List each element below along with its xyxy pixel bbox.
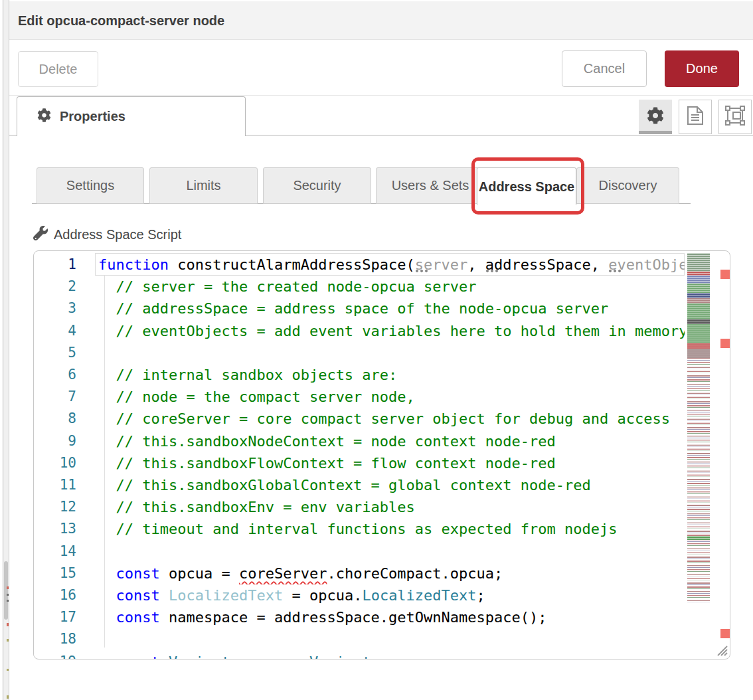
scrollbar-mark (7, 639, 9, 642)
code-line[interactable]: const namespace = addressSpace.getOwnNam… (34, 606, 685, 628)
left-scrollbar[interactable] (3, 0, 9, 700)
code-line[interactable]: // this.sandboxGlobalContext = global co… (34, 474, 685, 496)
description-view-button[interactable] (679, 100, 712, 134)
code-line[interactable] (34, 628, 685, 650)
scrollbar-mark (7, 669, 9, 671)
code-line[interactable] (34, 541, 685, 563)
code-line[interactable]: // this.sandboxEnv = env variables (34, 496, 685, 518)
scrollbar-mark (7, 600, 9, 602)
edit-node-dialog: Edit opcua-compact-server node Delete Ca… (0, 0, 753, 700)
code-line[interactable]: // this.sandboxNodeContext = node contex… (34, 430, 685, 452)
tab-label: Address Space (479, 179, 575, 195)
tab-label: Limits (186, 178, 220, 193)
properties-view-button[interactable] (639, 100, 672, 134)
code-line[interactable]: const LocalizedText = opcua.LocalizedTex… (34, 584, 685, 606)
script-section-text: Address Space Script (54, 227, 181, 242)
tab-users-sets[interactable]: Users & Sets (376, 167, 485, 204)
code-line[interactable]: function constructAlarmAddressSpace(serv… (34, 254, 685, 276)
scrollbar-mark (7, 623, 9, 626)
tab-properties-label: Properties (60, 109, 126, 124)
tab-properties[interactable]: Properties (17, 96, 246, 136)
code-line[interactable]: // internal sandbox objects are: (34, 364, 685, 386)
code-line[interactable]: // node = the compact server node, (34, 386, 685, 408)
wrench-icon (33, 226, 48, 244)
editor-minimap[interactable] (686, 252, 712, 659)
overview-error-marker (720, 339, 730, 348)
resize-grip[interactable] (714, 642, 728, 659)
code-line[interactable]: // eventObjects = add event variables he… (34, 320, 685, 342)
tab-label: Settings (66, 178, 114, 193)
gear-icon (37, 108, 51, 125)
code-line[interactable]: // this.sandboxFlowContext = flow contex… (34, 452, 685, 474)
code-line[interactable]: // addressSpace = address space of the n… (34, 298, 685, 319)
tab-address-space[interactable]: Address Space (477, 167, 576, 205)
scrollbar-mark (7, 586, 9, 589)
scrollbar-mark (7, 594, 9, 596)
tab-label: Discovery (599, 178, 657, 193)
code-line[interactable]: // timeout and interval functions as exp… (34, 518, 685, 540)
document-icon (686, 106, 705, 128)
dialog-header: Edit opcua-compact-server node (9, 1, 753, 40)
tab-label: Security (293, 178, 341, 193)
tab-limits[interactable]: Limits (149, 167, 258, 204)
tab-settings[interactable]: Settings (37, 167, 144, 204)
scrollbar-thumb[interactable] (4, 561, 8, 620)
code-line[interactable]: // server = the created node-opcua serve… (34, 276, 685, 298)
scrollbar-mark (7, 695, 9, 699)
overview-error-marker (720, 270, 730, 279)
tab-security[interactable]: Security (263, 167, 371, 204)
code-line[interactable]: const opcua = coreServer.choreCompact.op… (34, 563, 685, 584)
tab-label: Users & Sets (392, 178, 469, 193)
group-view-button[interactable] (718, 100, 752, 134)
gear-icon (647, 107, 664, 127)
script-section-label: Address Space Script (33, 223, 181, 246)
group-icon (725, 106, 745, 128)
cancel-button[interactable]: Cancel (562, 50, 647, 87)
code-line[interactable]: // coreServer = core compact server obje… (34, 408, 685, 430)
done-button[interactable]: Done (665, 50, 739, 87)
tab-discovery[interactable]: Discovery (576, 167, 679, 204)
overview-error-marker (720, 629, 730, 638)
code-line[interactable]: const Variant = opcua.Variant; (34, 651, 685, 659)
dialog-title: Edit opcua-compact-server node (18, 1, 224, 40)
code-editor[interactable]: 12345678910111213141516171819 function c… (33, 250, 730, 659)
code-line[interactable] (34, 342, 685, 364)
delete-button[interactable]: Delete (18, 51, 98, 87)
